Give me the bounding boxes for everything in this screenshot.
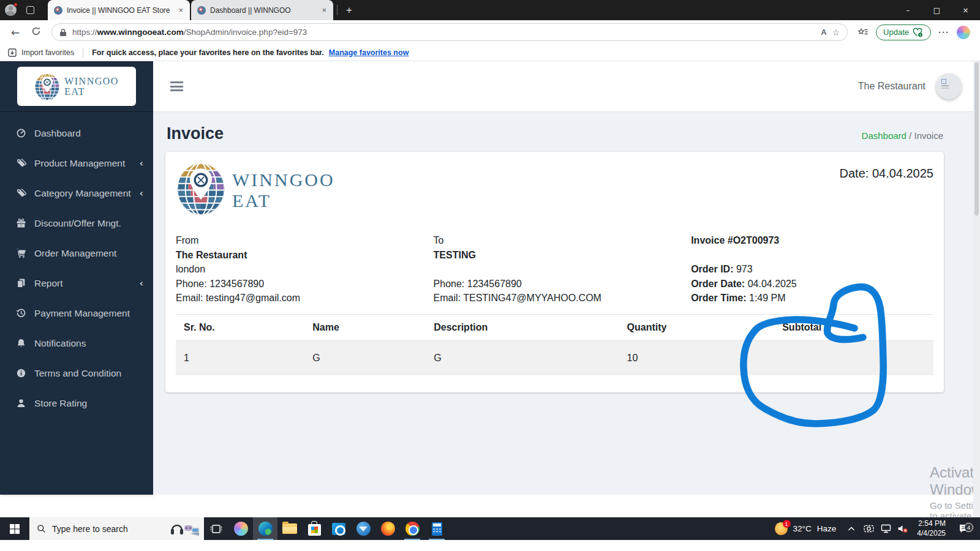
- browser-tab-strip: Invoice || WINNGOO EAT Store × Dashboard…: [0, 0, 980, 20]
- logo-line1: WINNGOO: [64, 76, 119, 86]
- sidebar-item-order-management[interactable]: Order Management: [0, 238, 153, 268]
- user-avatar[interactable]: [936, 73, 962, 99]
- table-header-cell: Name: [304, 314, 426, 340]
- sidebar-item-category-management[interactable]: Category Management ‹: [0, 178, 153, 208]
- scrollbar-thumb[interactable]: [974, 62, 979, 216]
- invoice-to: To TESTING Phone: 1234567890 Email: TEST…: [434, 233, 692, 305]
- table-header-cell: Description: [426, 314, 619, 340]
- outlook-icon: [332, 523, 345, 535]
- sidebar-item-dashboard[interactable]: Dashboard: [0, 118, 153, 148]
- import-favorites-label[interactable]: Import favorites: [21, 48, 74, 57]
- sidebar-item-store-rating[interactable]: Store Rating: [0, 388, 153, 418]
- edge-icon: [258, 522, 273, 536]
- to-email: Email: TESTING47@MYYAHOO.COM: [434, 291, 692, 305]
- lock-icon: [59, 28, 67, 37]
- profile-notification-dot: [13, 2, 18, 7]
- to-name: TESTING: [434, 248, 692, 263]
- breadcrumb-dashboard-link[interactable]: Dashboard: [862, 130, 907, 141]
- more-menu-icon[interactable]: ···: [938, 27, 949, 37]
- taskbar-file-explorer-button[interactable]: [277, 517, 302, 540]
- taskbar-firefox-button[interactable]: [375, 517, 400, 540]
- tab-title: Invoice || WINNGOO EAT Store: [67, 6, 172, 15]
- invoice-meta: Invoice #O2T00973 Order ID: 973 Order Da…: [691, 233, 933, 305]
- taskbar-search-box[interactable]: Type here to search: [29, 517, 204, 540]
- taskbar-store-button[interactable]: [302, 517, 326, 540]
- tab-close-icon[interactable]: ×: [320, 6, 328, 15]
- taskbar-tray: 1 32°C Haze 2:54 PM 4/4/2025 4: [769, 517, 980, 540]
- tab-close-icon[interactable]: ×: [176, 6, 185, 15]
- sidebar-item-notifications[interactable]: Notifications: [0, 328, 153, 358]
- tray-volume-button[interactable]: [895, 524, 911, 533]
- copilot-icon[interactable]: [957, 26, 970, 39]
- taskbar-chrome-button[interactable]: [400, 517, 424, 540]
- user-icon: [16, 398, 34, 408]
- tray-chevron-up-button[interactable]: [843, 526, 859, 532]
- sidebar-item-report[interactable]: Report ‹: [0, 268, 153, 298]
- close-button[interactable]: ×: [951, 0, 980, 20]
- tray-capture-button[interactable]: [861, 524, 876, 533]
- favorites-hub-icon[interactable]: [858, 28, 869, 37]
- taskbar-outlook-button[interactable]: [326, 517, 351, 540]
- order-date-label: Order Date:: [691, 279, 745, 289]
- page-scrollbar[interactable]: [973, 61, 980, 517]
- read-aloud-icon[interactable]: A: [821, 28, 826, 37]
- chevron-left-icon: ‹: [140, 278, 143, 289]
- tab-invoice[interactable]: Invoice || WINNGOO EAT Store ×: [48, 0, 190, 20]
- favorites-bar: Import favorites For quick access, place…: [0, 44, 980, 61]
- invoice-parties: From The Restaurant london Phone: 123456…: [176, 233, 933, 305]
- new-tab-button[interactable]: +: [341, 4, 357, 17]
- taskbar-edge-button[interactable]: [253, 517, 277, 540]
- refresh-button[interactable]: [27, 26, 45, 39]
- manage-favorites-link[interactable]: Manage favorites now: [329, 48, 409, 57]
- browser-profile-button[interactable]: [0, 0, 21, 20]
- update-button[interactable]: Update: [876, 24, 931, 40]
- tab-title: Dashboard || WINNGOO: [210, 6, 315, 15]
- start-button[interactable]: [0, 517, 29, 540]
- tray-network-button[interactable]: [878, 524, 894, 533]
- weather-temp: 32°C: [793, 524, 812, 533]
- invoice-card: WINNGOO EAT Date: 04.04.2025 From The Re…: [165, 152, 944, 392]
- taskbar-thunderbird-button[interactable]: [351, 517, 375, 540]
- address-bar[interactable]: https://www.winngooeat.com/ShopAdmin/inv…: [51, 23, 848, 41]
- bottom-strip: [0, 540, 980, 551]
- sidebar-item-terms[interactable]: Terms and Condition: [0, 358, 153, 388]
- breadcrumb-current: Invoice: [914, 130, 943, 141]
- task-view-button[interactable]: [204, 517, 228, 540]
- chevron-left-icon: ‹: [140, 188, 143, 199]
- invoice-items-table: Sr. No. Name Description Quantity Subtot…: [176, 314, 933, 375]
- restaurant-name: The Restaurant: [858, 81, 925, 92]
- sidebar-item-label: Terms and Condition: [34, 368, 143, 379]
- breadcrumb: Dashboard / Invoice: [862, 130, 943, 141]
- tab-separator: [337, 5, 337, 15]
- watermark-line1: Activate Windows: [930, 464, 980, 498]
- update-label: Update: [883, 28, 909, 37]
- sidebar-item-label: Dashboard: [34, 128, 143, 139]
- taskbar-copilot-button[interactable]: [228, 517, 253, 540]
- sidebar-logo[interactable]: WINNGOO EAT: [17, 67, 136, 106]
- tab-actions-button[interactable]: [21, 0, 39, 20]
- tab-dashboard[interactable]: Dashboard || WINNGOO ×: [191, 0, 333, 20]
- invoice-date: Date: 04.04.2025: [840, 167, 933, 217]
- minimize-button[interactable]: –: [894, 0, 922, 20]
- sidebar-item-product-management[interactable]: Product Management ‹: [0, 148, 153, 178]
- sidebar-item-discount-offer[interactable]: Discount/Offer Mngt.: [0, 208, 153, 238]
- hamburger-menu-icon[interactable]: [170, 80, 183, 94]
- search-placeholder: Type here to search: [52, 524, 164, 534]
- sidebar-item-payment-management[interactable]: Payment Management: [0, 298, 153, 328]
- search-highlights-promo-icon[interactable]: [170, 520, 202, 538]
- taskbar-calculator-button[interactable]: [424, 517, 449, 540]
- sidebar-menu: Dashboard Product Management ‹ Category …: [0, 112, 153, 418]
- order-id-row: Order ID: 973: [691, 262, 933, 277]
- favorite-star-icon[interactable]: ☆: [832, 28, 840, 37]
- weather-widget[interactable]: 1 32°C Haze: [769, 522, 843, 535]
- action-center-button[interactable]: 4: [953, 523, 975, 534]
- chrome-icon: [405, 522, 420, 536]
- back-button[interactable]: ←: [6, 26, 24, 39]
- winngoo-globe-icon: [176, 160, 226, 217]
- url-scheme: https://: [72, 28, 97, 37]
- watermark-line2: Go to Settings to activate Windows.: [930, 500, 980, 517]
- invoice-card-header: WINNGOO EAT Date: 04.04.2025: [176, 160, 933, 217]
- favorites-divider: [83, 48, 83, 58]
- taskbar-clock[interactable]: 2:54 PM 4/4/2025: [912, 519, 952, 538]
- maximize-button[interactable]: □: [922, 0, 951, 20]
